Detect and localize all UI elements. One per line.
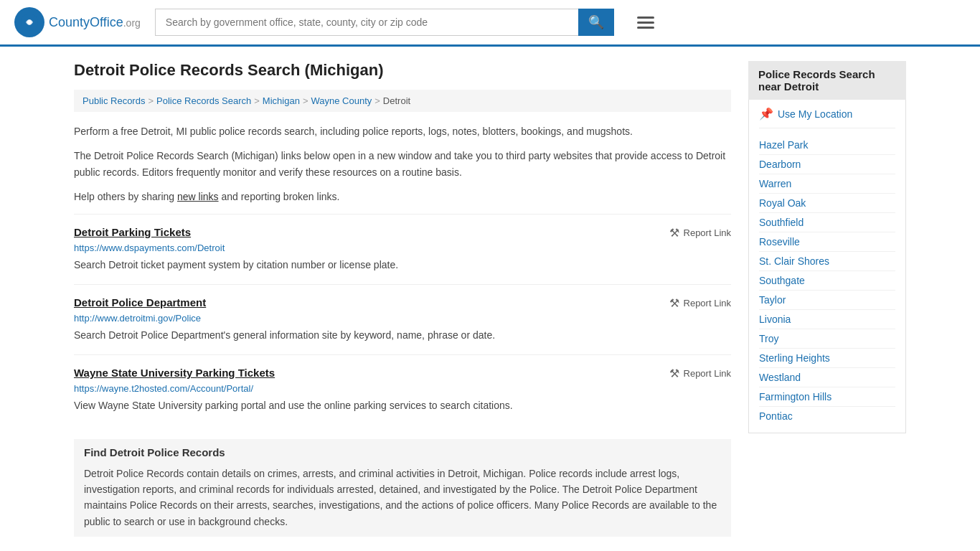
search-bar: 🔍 (155, 9, 614, 36)
results-container: Detroit Parking Tickets ⚒ Report Link ht… (74, 214, 731, 425)
nearby-city-link[interactable]: St. Clair Shores (759, 252, 895, 271)
nearby-city-link[interactable]: Troy (759, 329, 895, 349)
result-title[interactable]: Detroit Parking Tickets (74, 226, 191, 238)
nearby-city-link[interactable]: Farmington Hills (759, 387, 895, 407)
sidebar-header: Police Records Search near Detroit (748, 61, 906, 100)
sidebar: Police Records Search near Detroit 📌 Use… (748, 61, 906, 537)
breadcrumb-wayne-county[interactable]: Wayne County (311, 95, 372, 106)
report-link-label: Report Link (684, 298, 731, 309)
result-description: View Wayne State University parking port… (74, 398, 731, 413)
use-location-label: Use My Location (778, 108, 852, 120)
find-section-title: Find Detroit Police Records (84, 446, 721, 458)
nearby-city-link[interactable]: Southgate (759, 271, 895, 291)
sidebar-body: 📌 Use My Location Hazel ParkDearbornWarr… (748, 100, 906, 433)
description-3: Help others by sharing new links and rep… (74, 189, 731, 204)
main-content: Detroit Police Records Search (Michigan)… (74, 61, 731, 537)
page-title: Detroit Police Records Search (Michigan) (74, 61, 731, 80)
breadcrumb-detroit: Detroit (383, 95, 410, 106)
result-header: Detroit Police Department ⚒ Report Link (74, 296, 731, 310)
result-url[interactable]: https://www.dspayments.com/Detroit (74, 242, 731, 253)
logo-text: CountyOffice.org (49, 15, 141, 30)
nearby-city-link[interactable]: Dearborn (759, 155, 895, 174)
nearby-city-link[interactable]: Hazel Park (759, 136, 895, 155)
result-url[interactable]: https://wayne.t2hosted.com/Account/Porta… (74, 383, 731, 394)
result-header: Detroit Parking Tickets ⚒ Report Link (74, 226, 731, 240)
report-link-button[interactable]: ⚒ Report Link (669, 296, 731, 310)
breadcrumb-police-records-search[interactable]: Police Records Search (156, 95, 251, 106)
menu-line-3 (637, 27, 654, 29)
site-logo[interactable]: CountyOffice.org (14, 7, 141, 37)
nearby-city-link[interactable]: Royal Oak (759, 194, 895, 213)
new-links-link[interactable]: new links (177, 191, 219, 202)
report-link-label: Report Link (684, 227, 731, 238)
menu-line-2 (637, 22, 654, 24)
svg-point-1 (27, 20, 32, 24)
report-link-button[interactable]: ⚒ Report Link (669, 226, 731, 240)
logo-icon (14, 7, 44, 37)
result-header: Wayne State University Parking Tickets ⚒… (74, 367, 731, 380)
result-item: Detroit Parking Tickets ⚒ Report Link ht… (74, 214, 731, 284)
result-description: Search Detroit Police Department's gener… (74, 328, 731, 343)
menu-button[interactable] (634, 14, 657, 32)
report-icon: ⚒ (669, 226, 679, 240)
find-section-desc: Detroit Police Records contain details o… (84, 466, 721, 530)
result-title[interactable]: Detroit Police Department (74, 296, 206, 309)
nearby-city-link[interactable]: Roseville (759, 232, 895, 252)
breadcrumb-michigan[interactable]: Michigan (263, 95, 300, 106)
nearby-cities-list: Hazel ParkDearbornWarrenRoyal OakSouthfi… (759, 136, 895, 425)
report-icon: ⚒ (669, 296, 679, 310)
report-icon: ⚒ (669, 367, 679, 380)
result-title[interactable]: Wayne State University Parking Tickets (74, 367, 275, 379)
nearby-city-link[interactable]: Warren (759, 174, 895, 194)
breadcrumb: Public Records > Police Records Search >… (74, 90, 731, 112)
nearby-city-link[interactable]: Taylor (759, 291, 895, 310)
nearby-city-link[interactable]: Pontiac (759, 407, 895, 425)
use-location-button[interactable]: 📌 Use My Location (759, 107, 895, 128)
description-2: The Detroit Police Records Search (Michi… (74, 148, 731, 180)
report-link-label: Report Link (684, 368, 731, 379)
nearby-city-link[interactable]: Sterling Heights (759, 349, 895, 368)
location-icon: 📌 (759, 107, 773, 121)
result-url[interactable]: http://www.detroitmi.gov/Police (74, 313, 731, 324)
nearby-city-link[interactable]: Westland (759, 368, 895, 387)
result-item: Wayne State University Parking Tickets ⚒… (74, 354, 731, 425)
site-header: CountyOffice.org 🔍 (0, 0, 980, 47)
page-wrap: Detroit Police Records Search (Michigan)… (60, 47, 920, 551)
result-description: Search Detroit ticket payment system by … (74, 258, 731, 273)
find-section: Find Detroit Police Records Detroit Poli… (74, 439, 731, 537)
description-1: Perform a free Detroit, MI public police… (74, 123, 731, 139)
result-item: Detroit Police Department ⚒ Report Link … (74, 284, 731, 354)
search-input[interactable] (155, 9, 578, 36)
breadcrumb-public-records[interactable]: Public Records (83, 95, 145, 106)
report-link-button[interactable]: ⚒ Report Link (669, 367, 731, 380)
nearby-city-link[interactable]: Livonia (759, 310, 895, 329)
menu-line-1 (637, 17, 654, 19)
search-button[interactable]: 🔍 (578, 9, 614, 36)
nearby-city-link[interactable]: Southfield (759, 213, 895, 232)
